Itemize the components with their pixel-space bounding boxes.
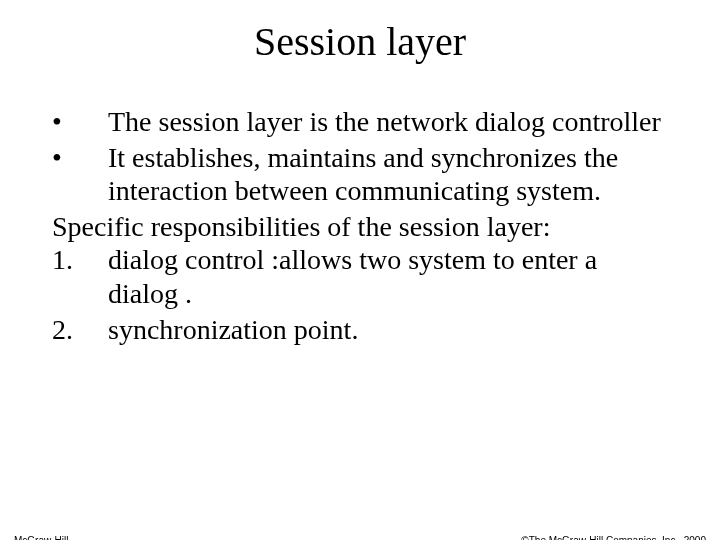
footer-left: McGraw-Hill (14, 535, 68, 540)
footer-right: ©The McGraw-Hill Companies, Inc., 2000 (521, 535, 706, 540)
numbered-item: 2. synchronization point. (48, 313, 672, 347)
slide-title: Session layer (0, 18, 720, 65)
numbered-item: 1. dialog control :allows two system to … (48, 243, 672, 310)
bullet-text: It establishes, maintains and synchroniz… (108, 141, 672, 208)
number-marker: 1. (48, 243, 108, 310)
slide-body: • The session layer is the network dialo… (0, 105, 720, 346)
bullet-marker: • (48, 141, 108, 208)
slide: Session layer • The session layer is the… (0, 18, 720, 540)
bullet-text: The session layer is the network dialog … (108, 105, 672, 139)
numbered-text: dialog control :allows two system to ent… (108, 243, 672, 310)
number-marker: 2. (48, 313, 108, 347)
bullet-marker: • (48, 105, 108, 139)
subheading: Specific responsibilities of the session… (48, 210, 672, 244)
bullet-item: • It establishes, maintains and synchron… (48, 141, 672, 208)
bullet-item: • The session layer is the network dialo… (48, 105, 672, 139)
numbered-text: synchronization point. (108, 313, 672, 347)
